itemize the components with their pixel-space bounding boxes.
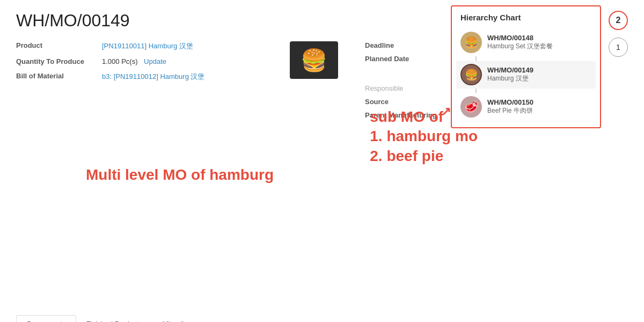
planned-date-label: Planned Date: [365, 55, 451, 63]
source-label: Source: [365, 98, 451, 106]
hierarchy-item-img-parent: 🍔: [460, 32, 482, 53]
annotation-sub-mo: sub MO of 1. hamburg mo 2. beef pie: [370, 107, 478, 166]
bom-value: b3: [PN19110012] Hamburg 汉堡: [102, 72, 205, 82]
tabs-section: Components Finished Products Miscellaneo…: [16, 315, 628, 322]
burger-image-area: 🍔: [290, 41, 343, 125]
qty-label: Quantity To Produce: [16, 57, 102, 65]
hierarchy-connector-2: [475, 89, 477, 93]
left-fields: Product [PN19110011] Hamburg 汉堡 Quantity…: [16, 41, 279, 125]
qty-field-row: Quantity To Produce 1.000 Pc(s) Update: [16, 57, 279, 65]
badge-circle-1[interactable]: 1: [609, 38, 628, 57]
bom-field-row: Bill of Material b3: [PN19110012] Hambur…: [16, 72, 279, 82]
bom-link[interactable]: b3: [PN19110012] Hamburg 汉堡: [102, 72, 205, 80]
tab-miscellaneous[interactable]: Miscellaneous: [152, 315, 217, 322]
hierarchy-connector-1: [475, 56, 477, 61]
hierarchy-item-img-current: 🍔: [460, 64, 482, 85]
product-label: Product: [16, 41, 102, 49]
hierarchy-item-sibling[interactable]: 🥩 WH/MO/00150 Beef Pie 牛肉饼: [460, 93, 591, 121]
update-link[interactable]: Update: [144, 57, 166, 65]
multi-level-annotation: Multi level MO of hamburg: [86, 166, 274, 184]
product-field-row: Product [PN19110011] Hamburg 汉堡: [16, 41, 279, 51]
hierarchy-item-text-current: WH/MO/00149 Hamburg 汉堡: [487, 66, 533, 83]
product-link[interactable]: [PN19110011] Hamburg 汉堡: [102, 42, 193, 50]
product-value: [PN19110011] Hamburg 汉堡: [102, 41, 193, 51]
bom-label: Bill of Material: [16, 72, 102, 80]
responsible-label: Responsible: [365, 84, 404, 92]
hierarchy-item-text-sibling: WH/MO/00150 Beef Pie 牛肉饼: [487, 98, 533, 115]
tab-components[interactable]: Components: [16, 315, 76, 322]
hierarchy-title: Hierarchy Chart: [460, 13, 591, 22]
hierarchy-item-parent[interactable]: 🍔 WH/MO/00148 Hamburg Set 汉堡套餐: [460, 28, 591, 56]
badge-circle-2[interactable]: 2: [609, 11, 628, 30]
hierarchy-item-text-parent: WH/MO/00148 Hamburg Set 汉堡套餐: [487, 34, 553, 51]
tabs-row: Components Finished Products Miscellaneo…: [16, 315, 628, 322]
qty-value: 1.000 Pc(s) Update: [102, 57, 166, 65]
deadline-label: Deadline: [365, 41, 451, 49]
tab-finished-products[interactable]: Finished Products: [76, 315, 152, 322]
hierarchy-item-current[interactable]: 🍔 WH/MO/00149 Hamburg 汉堡: [456, 61, 596, 89]
burger-image: 🍔: [290, 41, 338, 79]
